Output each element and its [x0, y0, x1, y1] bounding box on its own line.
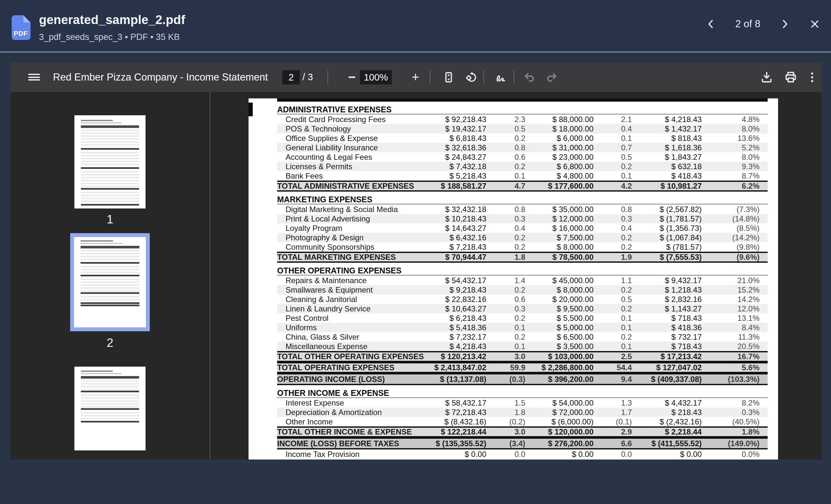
row-percent-value: 2.1 — [594, 115, 632, 124]
thumbnail-page-2-selected[interactable] — [70, 233, 150, 331]
row-percent-value: 9.3% — [702, 162, 760, 171]
sidebar-menu-button[interactable] — [24, 62, 44, 92]
table-row: Linen & Laundry Service$ 10,643.270.3$ 9… — [277, 304, 768, 314]
row-label: Loyalty Program — [277, 224, 429, 233]
row-amount-value: $ 5,000.00 — [525, 323, 594, 332]
table-row: Income Tax Provision$ 0.000.0$ 0.000.0$ … — [277, 449, 768, 459]
row-percent-value: 1.5 — [486, 398, 525, 408]
row-label: POS & Technology — [277, 124, 429, 134]
pdf-icon-label: PDF — [13, 30, 28, 37]
row-amount-value: $ 45,000.00 — [525, 276, 594, 285]
row-label: Income Tax Provision — [277, 450, 429, 459]
row-percent-value: 16.7% — [702, 352, 760, 361]
zoom-in-button[interactable]: + — [405, 62, 426, 92]
table-row: POS & Technology$ 19,432.170.5$ 18,000.0… — [277, 124, 768, 134]
annotate-draw-button[interactable] — [491, 62, 512, 92]
row-label: Interest Expense — [277, 398, 429, 408]
row-label: ADMINISTRATIVE EXPENSES — [277, 105, 760, 114]
fit-to-page-button[interactable] — [438, 62, 459, 92]
row-amount-value: $ 732.17 — [632, 332, 702, 342]
row-label: Smallwares & Equipment — [277, 286, 429, 295]
table-row: TOTAL OPERATING EXPENSES$ 2,413,847.0259… — [277, 362, 768, 373]
thumbnail-label[interactable]: 2 — [75, 336, 146, 350]
document-canvas[interactable]: ADMINISTRATIVE EXPENSESCredit Card Proce… — [209, 92, 822, 459]
row-percent-value: (9.6%) — [702, 253, 760, 262]
thumbnail-preview — [81, 120, 139, 206]
more-options-button[interactable] — [803, 62, 821, 92]
close-preview-button[interactable] — [806, 15, 824, 33]
row-percent-value: 8.4% — [702, 323, 760, 332]
row-label: Uniforms — [277, 323, 429, 332]
section-header-row: MARKETING EXPENSES — [277, 196, 768, 205]
row-amount-value: $ 218.43 — [632, 408, 702, 417]
row-percent-value: 0.5 — [594, 153, 632, 162]
pdf-icon-fold — [23, 15, 31, 22]
row-percent-value: 0.1 — [594, 342, 632, 351]
table-row: Office Supplies & Expense$ 6,818.430.2$ … — [277, 134, 768, 143]
kebab-menu-icon — [806, 71, 819, 84]
row-amount-value: $ 6,432.16 — [429, 233, 486, 242]
row-percent-value: 0.1 — [594, 172, 632, 181]
row-amount-value: $ 23,000.00 — [525, 153, 594, 162]
row-amount-value: $ 9,500.00 — [525, 304, 594, 314]
close-icon — [809, 19, 820, 29]
download-button[interactable] — [756, 62, 777, 92]
row-percent-value: 0.5 — [594, 295, 632, 304]
row-percent-value: 0.2 — [486, 134, 525, 143]
row-percent-value: 1.7 — [594, 408, 632, 417]
row-amount-value: $ 188,581.27 — [429, 181, 486, 190]
table-row: Loyalty Program$ 14,643.270.4$ 16,000.00… — [277, 224, 768, 233]
row-percent-value: 0.4 — [594, 224, 632, 233]
row-percent-value: 0.7 — [594, 143, 632, 152]
table-row: Interest Expense$ 58,432.171.5$ 54,000.0… — [277, 398, 768, 408]
row-percent-value: 14.2% — [702, 295, 760, 304]
table-row: Digital Marketing & Social Media$ 32,432… — [277, 205, 768, 214]
row-amount-value: $ 7,218.43 — [429, 243, 486, 252]
next-file-button[interactable] — [776, 15, 794, 33]
row-percent-value: 1.9 — [594, 253, 632, 262]
row-percent-value: (7.3%) — [702, 205, 760, 214]
row-percent-value: 0.2 — [486, 162, 525, 171]
row-percent-value: 0.2 — [486, 243, 525, 252]
print-button[interactable] — [780, 62, 801, 92]
row-label: Credit Card Processing Fees — [277, 115, 429, 124]
row-amount-value: $ 418.36 — [632, 323, 702, 332]
row-amount-value: $ 10,218.43 — [429, 214, 486, 224]
undo-button[interactable] — [519, 62, 540, 92]
row-amount-value: $ 22,832.16 — [429, 295, 486, 304]
row-amount-value: $ 72,218.43 — [429, 408, 486, 417]
thumbnail-label[interactable]: 1 — [75, 213, 146, 226]
table-row: Cleaning & Janitorial$ 22,832.160.6$ 20,… — [277, 295, 768, 304]
page-number-input[interactable] — [282, 70, 300, 84]
row-amount-value: $ 818.43 — [632, 134, 702, 143]
row-amount-value: $ 20,000.00 — [525, 295, 594, 304]
row-percent-value: 0.2 — [594, 304, 632, 314]
table-row: Depreciation & Amortization$ 72,218.431.… — [277, 408, 768, 417]
thumbnail-page-1[interactable] — [75, 115, 146, 208]
row-amount-value: $ 17,213.42 — [632, 352, 702, 361]
row-label: Cleaning & Janitorial — [277, 295, 429, 304]
row-label: INCOME (LOSS) BEFORE TAXES — [277, 439, 429, 448]
row-percent-value: 1.4 — [486, 276, 525, 285]
row-amount-value: $ 0.00 — [525, 450, 594, 459]
row-amount-value: $ 718.43 — [632, 342, 702, 351]
redo-button[interactable] — [542, 62, 562, 92]
row-amount-value: $ 2,286,800.00 — [525, 363, 594, 372]
undo-icon — [523, 71, 536, 84]
thumbnail-page-3[interactable] — [75, 367, 146, 450]
row-amount-value: $ 1,618.36 — [632, 143, 702, 152]
file-name: generated_sample_2.pdf — [39, 13, 185, 27]
row-amount-value: $ (8,432.16) — [429, 417, 486, 426]
row-amount-value: $ (1,067.84) — [632, 233, 702, 242]
download-icon — [760, 70, 774, 84]
zoom-level[interactable]: 100% — [360, 70, 392, 84]
row-amount-value: $ 6,818.43 — [429, 134, 486, 143]
previous-file-button[interactable] — [702, 15, 720, 33]
row-amount-value: $ 4,218.43 — [632, 115, 702, 124]
row-amount-value: $ 120,213.42 — [429, 352, 486, 361]
rotate-page-button[interactable] — [461, 62, 482, 92]
row-percent-value: 0.8 — [486, 143, 525, 152]
zoom-out-button[interactable]: − — [341, 62, 362, 92]
row-amount-value: $ 10,981.27 — [632, 181, 702, 190]
row-label: OPERATING INCOME (LOSS) — [277, 375, 429, 384]
